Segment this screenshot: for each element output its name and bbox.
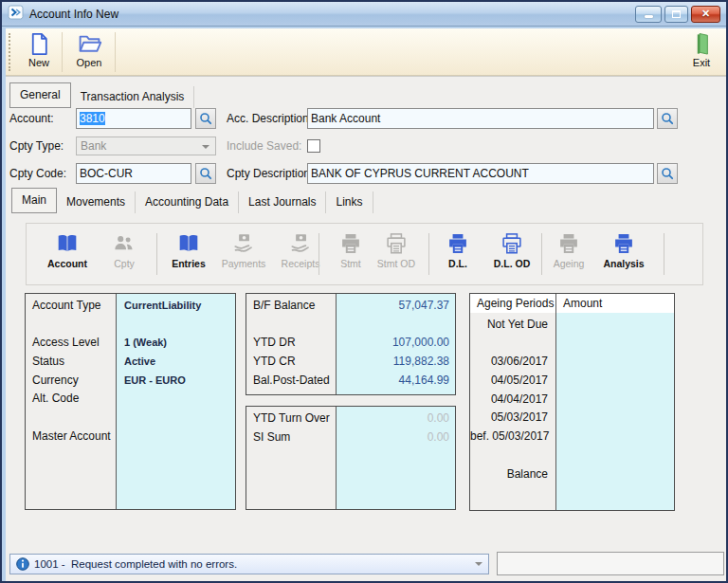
account-attributes-panel: Account Type Access Level Status Currenc… (25, 293, 236, 510)
cpty-type-label: Cpty Type: (9, 136, 64, 156)
exit-door-icon (689, 31, 715, 57)
acc-description-value: Bank Account (311, 112, 380, 125)
info-icon (16, 557, 29, 571)
sub-tabstrip: Main Movements Accounting Data Last Jour… (11, 188, 373, 213)
open-button[interactable]: Open (67, 31, 111, 74)
ageing-panel: Ageing Periods Amount Not Yet Due 03/06/… (469, 293, 675, 511)
amount-header: Amount (556, 294, 674, 313)
close-button[interactable]: ✕ (691, 6, 720, 23)
account-search-button[interactable] (195, 108, 216, 129)
include-saved-label: Include Saved: (227, 136, 301, 156)
action-label: Entries (163, 258, 214, 269)
minimize-button[interactable] (635, 6, 662, 23)
ageing-amount (556, 316, 674, 335)
search-icon (199, 167, 212, 180)
hand-coin-icon (288, 231, 313, 256)
cpty-type-value: Bank (81, 139, 106, 153)
panel-label (26, 316, 116, 335)
account-value: 3810 (80, 112, 105, 125)
people-icon (112, 231, 136, 256)
action-label: Stmt (326, 258, 375, 269)
action-separator (428, 233, 429, 275)
panel-value: 119,882.38 (337, 353, 455, 372)
printer-icon (338, 231, 363, 256)
maximize-icon (672, 10, 681, 18)
cpty-description-label: Cpty Description: (227, 163, 313, 184)
action-separator (541, 233, 542, 275)
balance-panel: B/F Balance YTD DR YTD CR Bal.Post-Dated… (246, 293, 456, 395)
titlebar[interactable]: Account Info New ✕ (2, 2, 726, 27)
hand-coin-icon (231, 231, 256, 256)
acc-description-label: Acc. Description: (227, 108, 312, 129)
ageing-amount (556, 446, 674, 465)
panel-label: YTD DR (246, 334, 336, 353)
ageing-amount (556, 409, 674, 428)
subtab-main[interactable]: Main (11, 188, 57, 213)
subtab-last-journals[interactable]: Last Journals (239, 191, 326, 213)
acc-description-search-button[interactable] (657, 108, 678, 129)
exit-button[interactable]: Exit (680, 31, 723, 74)
panel-value (117, 316, 235, 335)
include-saved-checkbox (307, 139, 320, 153)
search-icon (661, 112, 674, 125)
action-dl-button[interactable]: D.L. (433, 231, 482, 269)
ageing-periods-header: Ageing Periods (470, 294, 556, 313)
action-analysis-button[interactable]: Analysis (597, 231, 650, 269)
cpty-code-input[interactable]: BOC-CUR (76, 163, 191, 184)
toolbar-separator (115, 32, 116, 72)
account-input[interactable]: 3810 (76, 108, 191, 129)
action-dl-od-button[interactable]: D.L. OD (485, 231, 538, 269)
panel-label: YTD CR (246, 353, 336, 372)
panel-label: SI Sum (246, 428, 336, 447)
chevron-down-icon (202, 145, 209, 153)
window-title: Account Info New (29, 8, 632, 21)
action-stmt-button: Stmt (326, 231, 375, 269)
ageing-amount (556, 465, 674, 484)
subtab-accounting-data[interactable]: Accounting Data (136, 191, 239, 213)
ageing-amount (556, 428, 674, 446)
panel-label: Account Type (26, 297, 116, 316)
panel-value (117, 390, 235, 409)
cpty-description-input[interactable]: BANK OF CYPRUS CURRENT ACCOUNT (307, 163, 654, 184)
subtab-movements[interactable]: Movements (57, 191, 136, 213)
subtab-links[interactable]: Links (326, 191, 373, 213)
panel-value: 0.00 (337, 410, 455, 428)
panel-value (337, 316, 455, 335)
new-button[interactable]: New (17, 31, 61, 74)
open-button-label: Open (67, 57, 111, 68)
acc-description-input[interactable]: Bank Account (307, 108, 654, 129)
panel-label: Bal.Post-Dated (246, 372, 336, 391)
action-toolbar: Account Cpty Entries (26, 223, 703, 285)
panel-label (26, 409, 116, 428)
action-ageing-button: Ageing (544, 231, 593, 269)
action-stmt-od-button: Stmt OD (370, 231, 423, 269)
action-account-button[interactable]: Account (40, 231, 95, 269)
tab-transaction-analysis[interactable]: Transaction Analysis (71, 86, 195, 108)
panel-value: CurrentLiability (117, 297, 235, 316)
status-message: 1001 - Request completed with no errors. (34, 558, 237, 570)
toolbar-grip-handle[interactable] (9, 33, 11, 71)
cpty-description-search-button[interactable] (657, 163, 678, 184)
ageing-amount (556, 391, 674, 410)
ageing-period: 04/04/2017 (470, 391, 555, 410)
action-separator (156, 233, 157, 275)
status-message-dropdown[interactable]: 1001 - Request completed with no errors. (9, 554, 489, 574)
action-entries-button[interactable]: Entries (163, 231, 214, 269)
action-separator (318, 233, 319, 275)
minimize-icon (645, 15, 653, 18)
action-label: D.L. (433, 258, 482, 269)
tab-general[interactable]: General (9, 82, 71, 108)
cpty-code-search-button[interactable] (195, 163, 216, 184)
printer-icon (611, 231, 636, 256)
ageing-period: bef. 05/03/2017 (470, 428, 555, 446)
ageing-period (470, 335, 555, 354)
open-folder-icon (77, 31, 102, 57)
panel-label: Master Account (26, 428, 116, 446)
maximize-button[interactable] (664, 6, 688, 23)
ageing-period: Not Yet Due (470, 316, 555, 335)
ageing-period: 03/06/2017 (470, 353, 555, 372)
action-label: Ageing (544, 258, 593, 269)
ageing-period: Balance (470, 465, 555, 484)
ageing-amount (556, 372, 674, 391)
app-window: Account Info New ✕ New Open (0, 0, 728, 583)
